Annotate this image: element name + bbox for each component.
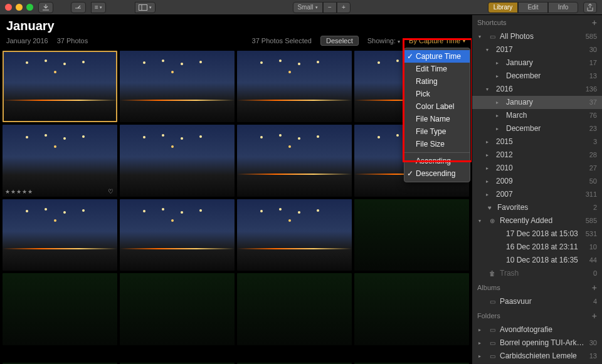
sidebar-item-count: 30 [589, 338, 597, 348]
sidebar-item-month[interactable]: ▸March76 [472, 109, 602, 122]
add-folder-button[interactable]: + [592, 311, 597, 321]
thumbnail[interactable] [3, 199, 117, 271]
back-button[interactable] [71, 2, 86, 13]
disclosure-icon: ▸ [496, 71, 502, 81]
sort-option-file-size[interactable]: File Size [404, 138, 470, 150]
svg-rect-0 [139, 4, 147, 10]
tab-library[interactable]: Library [488, 2, 518, 13]
sidebar-item-year[interactable]: ▸200950 [472, 175, 602, 188]
sidebar-item-label: 2016 [496, 84, 582, 95]
subtitle-date: January 2016 [6, 37, 48, 44]
thumbnail[interactable]: ★★★★★ ♡ [3, 125, 117, 196]
thumbnail[interactable] [120, 273, 235, 345]
folder-icon: ▭ [488, 325, 496, 335]
tab-edit[interactable]: Edit [518, 2, 548, 13]
sidebar-item-label: March [506, 110, 586, 121]
thumbnail[interactable] [237, 51, 352, 122]
album-icon: ▭ [488, 296, 496, 307]
disclosure-icon: ▸ [496, 58, 502, 68]
sidebar-item-year[interactable]: ▾201730 [472, 43, 602, 56]
sort-order-ascending[interactable]: Ascending [404, 155, 470, 167]
sidebar-item-recent-date[interactable]: ▸16 Dec 2018 at 23:1110 [472, 241, 602, 254]
sort-option-color-label[interactable]: Color Label [404, 100, 470, 113]
sidebar: Shortcuts+ ▾ ▭ All Photos 585 ▾201730▸Ja… [472, 15, 602, 364]
thumbnail[interactable] [354, 273, 469, 345]
thumbnail[interactable] [237, 273, 352, 345]
list-view-button[interactable]: ≡▾ [91, 2, 106, 13]
thumbnail[interactable] [120, 125, 235, 196]
sidebar-item-recent-date[interactable]: ▸17 Dec 2018 at 15:03531 [472, 227, 602, 241]
sort-option-rating[interactable]: Rating [404, 75, 470, 88]
selection-count: 37 Photos Selected [252, 37, 312, 44]
zoom-window-button[interactable] [26, 4, 33, 11]
thumbnail[interactable] [120, 199, 235, 271]
sort-option-file-type[interactable]: File Type [404, 125, 470, 138]
sidebar-item-recent[interactable]: ▾ ⊕ Recently Added585 [472, 214, 602, 227]
sort-option-file-name[interactable]: File Name [404, 113, 470, 125]
sort-option-pick[interactable]: Pick [404, 88, 470, 100]
thumbnail[interactable] [120, 51, 235, 122]
minimize-window-button[interactable] [16, 4, 23, 11]
sidebar-item-folder[interactable]: ▸▭Borrel opening TUI-Arkefly airli…30 [472, 336, 602, 350]
sort-order-descending[interactable]: Descending [404, 167, 470, 180]
sidebar-item-folder[interactable]: ▸▭Avondfotografie [472, 323, 602, 336]
sidebar-item-count: 50 [589, 176, 597, 187]
close-window-button[interactable] [5, 4, 12, 11]
deselect-button[interactable]: Deselect [320, 36, 359, 46]
sidebar-item-all-photos[interactable]: ▾ ▭ All Photos 585 [472, 30, 602, 43]
photo-grid-pane: January January 2016 37 Photos 37 Photos… [0, 15, 472, 364]
disclosure-icon: ▸ [496, 123, 502, 134]
sidebar-item-label: 2017 [496, 44, 586, 55]
sort-button[interactable]: By Capture Time▾ [409, 37, 465, 44]
thumbnail[interactable] [237, 199, 352, 271]
disclosure-icon: ▸ [496, 97, 502, 108]
showing-label: Showing: ▾ [367, 37, 400, 44]
sidebar-item-month[interactable]: ▸January37 [472, 96, 602, 109]
sidebar-item-year[interactable]: ▸20153 [472, 135, 602, 148]
sidebar-item-month[interactable]: ▸December23 [472, 122, 602, 135]
tab-info[interactable]: Info [548, 2, 578, 13]
sidebar-item-album[interactable]: ▸▭Paasvuur4 [472, 295, 602, 308]
sidebar-item-year[interactable]: ▸201027 [472, 162, 602, 175]
sort-option-edit-time[interactable]: Edit Time [404, 63, 470, 75]
disclosure-icon: ▾ [486, 84, 492, 95]
sidebar-item-year[interactable]: ▾2016136 [472, 83, 602, 96]
thumbnail[interactable] [237, 125, 352, 196]
share-button[interactable] [583, 2, 597, 13]
sidebar-item-year[interactable]: ▸2007311 [472, 188, 602, 201]
sidebar-item-folder[interactable]: ▸▭Carbidschieten Lemele13 [472, 350, 602, 363]
plus-circle-icon: ⊕ [488, 216, 496, 226]
sidebar-item-count: 44 [589, 255, 597, 266]
heart-icon[interactable]: ♡ [108, 188, 114, 195]
sidebar-item-month[interactable]: ▸December13 [472, 70, 602, 83]
folder-icon: ▭ [488, 338, 496, 348]
page-title: January [6, 19, 465, 33]
rating-stars: ★★★★★ [5, 189, 33, 195]
size-dropdown[interactable]: Small▾ [293, 2, 323, 13]
disclosure-icon: ▸ [486, 176, 492, 187]
sidebar-item-count: 76 [589, 110, 597, 121]
sidebar-item-trash[interactable]: ▸ 🗑 Trash0 [472, 267, 602, 280]
sort-option-capture-time[interactable]: Capture Time [404, 50, 470, 63]
disclosure-icon: ▾ [478, 31, 485, 42]
sidebar-item-label: Avondfotografie [500, 325, 593, 335]
import-button[interactable] [38, 2, 53, 13]
sidebar-item-count: 17 [589, 58, 597, 68]
sidebar-item-year[interactable]: ▸201228 [472, 148, 602, 162]
add-album-button[interactable]: + [592, 283, 597, 293]
size-minus-button[interactable]: − [323, 2, 337, 13]
sidebar-item-favorites[interactable]: ♥ Favorites2 [472, 201, 602, 214]
add-shortcut-button[interactable]: + [592, 18, 597, 28]
thumbnail-grid: ★★★★★ ♡ [0, 49, 472, 361]
layout-toggle-button[interactable]: ▾ [135, 2, 156, 13]
sidebar-item-label: 10 Dec 2018 at 16:35 [506, 255, 586, 266]
thumbnail[interactable] [3, 273, 117, 345]
sidebar-item-month[interactable]: ▸January17 [472, 56, 602, 70]
thumbnail[interactable] [3, 51, 117, 122]
disclosure-icon: ▸ [478, 338, 485, 348]
stack-icon: ▭ [488, 31, 496, 42]
sidebar-item-recent-date[interactable]: ▸10 Dec 2018 at 16:3544 [472, 254, 602, 267]
thumbnail[interactable] [354, 199, 469, 271]
trash-icon: 🗑 [488, 268, 496, 279]
size-plus-button[interactable]: + [337, 2, 351, 13]
